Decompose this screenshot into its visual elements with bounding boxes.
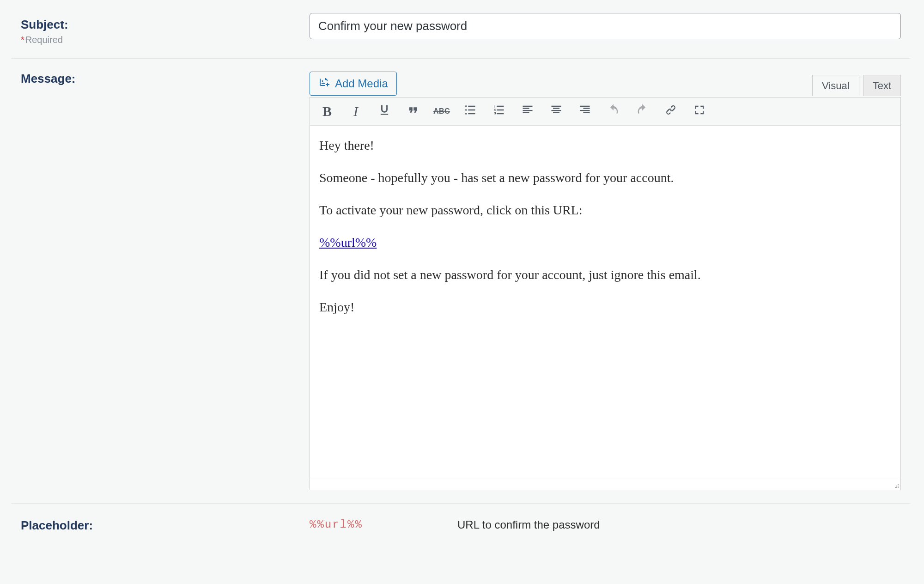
numbered-list-button[interactable] [485,99,513,123]
body-p4: If you did not set a new password for yo… [319,265,891,285]
align-center-button[interactable] [542,99,571,123]
subject-input[interactable] [310,13,901,39]
svg-point-3 [896,486,897,487]
subject-row: Subject: *Required [12,0,910,59]
media-icon [318,77,330,91]
underline-button[interactable] [370,99,399,123]
svg-point-0 [898,484,899,485]
fullscreen-icon [693,103,706,120]
undo-button[interactable] [599,99,628,123]
subject-field-col [310,13,901,45]
svg-point-4 [896,487,897,488]
required-text: Required [25,35,63,45]
editor-tabs: Visual Text [812,75,901,96]
subject-label: Subject: [21,18,68,31]
placeholder-field-col: %%url%% URL to confirm the password [310,517,901,533]
body-p5: Enjoy! [319,298,891,317]
body-p3: To activate your new password, click on … [319,201,891,220]
editor-body[interactable]: Hey there! Someone - hopefully you - has… [310,126,900,477]
resize-handle[interactable] [892,481,900,489]
align-right-icon [578,103,591,120]
placeholder-label: Placeholder: [21,518,93,532]
redo-button[interactable] [628,99,657,123]
numbered-list-icon [492,103,505,120]
svg-point-5 [895,487,896,488]
svg-point-2 [898,487,899,488]
align-right-button[interactable] [571,99,599,123]
strikethrough-button[interactable]: ABC [427,99,456,123]
placeholder-row: Placeholder: %%url%% URL to confirm the … [12,504,910,551]
placeholder-desc: URL to confirm the password [457,517,600,533]
align-left-icon [521,103,534,120]
add-media-label: Add Media [335,77,388,90]
link-button[interactable] [657,99,685,123]
bullet-list-icon [464,103,477,120]
placeholder-token: %%url%% [310,517,457,533]
underline-icon [378,103,391,120]
editor-toolbar: B I ABC [310,97,900,126]
body-p2: Someone - hopefully you - has set a new … [319,168,891,188]
redo-icon [636,103,649,120]
message-row: Message: Add Media Visual Text B I [12,59,910,504]
quote-icon [407,103,419,120]
editor-container: B I ABC [310,97,901,490]
align-center-icon [550,103,563,120]
tab-text[interactable]: Text [863,75,901,96]
message-label: Message: [21,72,76,86]
editor-top-bar: Add Media Visual Text [310,72,901,96]
message-label-col: Message: [21,72,310,86]
message-field-col: Add Media Visual Text B I ABC [310,72,901,490]
required-star-icon: * [21,35,24,45]
body-url-link[interactable]: %%url%% [319,235,377,249]
italic-button[interactable]: I [341,99,370,123]
form-table: Subject: *Required Message: Add Media Vi… [0,0,924,551]
subject-label-col: Subject: *Required [21,13,310,45]
link-icon [664,103,677,120]
placeholder-label-col: Placeholder: [21,517,310,533]
svg-point-1 [898,486,899,487]
tab-visual[interactable]: Visual [812,75,859,96]
add-media-button[interactable]: Add Media [310,72,397,96]
bold-button[interactable]: B [313,99,341,123]
blockquote-button[interactable] [399,99,427,123]
body-p1: Hey there! [319,136,891,155]
fullscreen-button[interactable] [685,99,714,123]
editor-statusbar [310,477,900,490]
bullet-list-button[interactable] [456,99,485,123]
required-tag: *Required [21,35,310,45]
undo-icon [607,103,620,120]
align-left-button[interactable] [513,99,542,123]
